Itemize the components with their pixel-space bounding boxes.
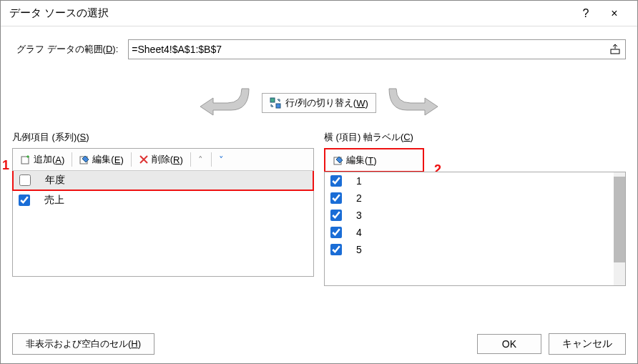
- axis-checkbox[interactable]: [330, 192, 342, 204]
- data-range-label: グラフ データの範囲(D):: [16, 43, 118, 56]
- data-range-input[interactable]: [132, 44, 608, 55]
- axis-label: 2: [356, 192, 362, 204]
- series-listbox: 年度: [12, 171, 314, 191]
- edit-axis-button[interactable]: 編集(T): [328, 152, 383, 169]
- edit-series-button[interactable]: 編集(E): [74, 151, 129, 168]
- series-checkbox[interactable]: [19, 195, 30, 206]
- select-data-source-dialog: データ ソースの選択 ? × グラフ データの範囲(D): 行/列の切り替え(W…: [0, 0, 638, 364]
- svg-rect-2: [276, 104, 280, 108]
- series-listbox-rest: 売上: [12, 191, 314, 277]
- ok-button[interactable]: OK: [477, 334, 541, 354]
- switch-row-column-button[interactable]: 行/列の切り替え(W): [262, 93, 376, 113]
- move-up-button[interactable]: ˄: [192, 154, 210, 165]
- help-button[interactable]: ?: [571, 7, 600, 20]
- svg-rect-0: [611, 49, 619, 54]
- annotation-1: 1: [2, 158, 9, 173]
- axis-row[interactable]: 1: [325, 172, 614, 190]
- arrow-right-icon: [382, 85, 446, 121]
- cancel-button[interactable]: キャンセル: [549, 333, 626, 355]
- axis-row[interactable]: 3: [325, 207, 614, 224]
- axis-checkbox[interactable]: [330, 210, 342, 221]
- switch-icon: [270, 97, 281, 109]
- axis-checkbox[interactable]: [330, 244, 342, 255]
- series-checkbox[interactable]: [19, 174, 31, 186]
- dialog-content: グラフ データの範囲(D): 行/列の切り替え(W) 1 2: [1, 26, 637, 325]
- series-label: 年度: [45, 174, 65, 187]
- remove-series-button[interactable]: 削除(R): [133, 151, 189, 168]
- axis-header: 横 (項目) 軸ラベル(C): [324, 131, 626, 144]
- series-header: 凡例項目 (系列)(S): [12, 131, 314, 144]
- series-row[interactable]: 年度: [14, 171, 313, 190]
- axis-checkbox[interactable]: [330, 227, 342, 238]
- axis-column: 横 (項目) 軸ラベル(C) 編集(T) 12345: [324, 131, 626, 286]
- series-column: 凡例項目 (系列)(S) 追加(A) 編集(E) 削除(R): [12, 131, 314, 286]
- add-icon: [21, 154, 31, 164]
- lists-row: 1 2 凡例項目 (系列)(S) 追加(A) 編集(E): [12, 131, 626, 286]
- dialog-title: データ ソースの選択: [9, 6, 571, 20]
- edit-icon: [79, 154, 89, 164]
- axis-label: 1: [356, 175, 362, 187]
- axis-checkbox[interactable]: [330, 175, 342, 187]
- series-label: 売上: [44, 194, 64, 207]
- data-range-row: グラフ データの範囲(D):: [12, 39, 626, 59]
- swap-row: 行/列の切り替え(W): [12, 85, 626, 121]
- axis-listbox: 12345: [324, 172, 626, 286]
- scrollbar[interactable]: [614, 172, 625, 285]
- footer: 非表示および空白のセル(H) OK キャンセル: [1, 325, 637, 363]
- scrollbar-thumb[interactable]: [614, 177, 625, 262]
- svg-rect-1: [270, 98, 275, 102]
- axis-toolbar: 編集(T): [324, 148, 424, 172]
- collapse-dialog-icon[interactable]: [608, 42, 622, 56]
- axis-row[interactable]: 4: [325, 224, 614, 241]
- axis-row[interactable]: 2: [325, 190, 614, 207]
- move-down-button[interactable]: ˅: [213, 154, 230, 165]
- axis-row[interactable]: 5: [325, 241, 614, 258]
- axis-label: 3: [356, 210, 362, 221]
- arrow-left-icon: [192, 85, 256, 121]
- axis-label: 4: [356, 227, 362, 238]
- series-row[interactable]: 売上: [13, 191, 313, 210]
- remove-icon: [139, 154, 149, 164]
- edit-icon: [333, 155, 343, 165]
- series-toolbar: 追加(A) 編集(E) 削除(R) ˄ ˅: [12, 148, 314, 171]
- add-series-button[interactable]: 追加(A): [15, 151, 70, 168]
- hidden-empty-cells-button[interactable]: 非表示および空白のセル(H): [12, 333, 154, 355]
- titlebar: データ ソースの選択 ? ×: [1, 1, 637, 26]
- data-range-input-wrap: [128, 39, 626, 59]
- axis-label: 5: [356, 244, 362, 255]
- close-button[interactable]: ×: [600, 7, 629, 20]
